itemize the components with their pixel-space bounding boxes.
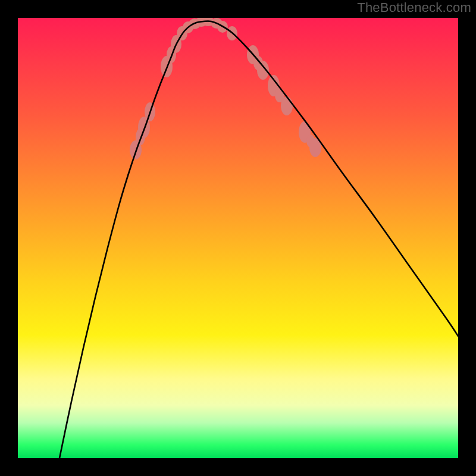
highlight-dot <box>281 96 293 115</box>
plot-area <box>18 18 458 458</box>
bottleneck-curve <box>60 21 458 458</box>
watermark-text: TheBottleneck.com <box>357 0 471 15</box>
chart-svg <box>18 18 458 458</box>
outer-frame: TheBottleneck.com <box>0 0 476 476</box>
